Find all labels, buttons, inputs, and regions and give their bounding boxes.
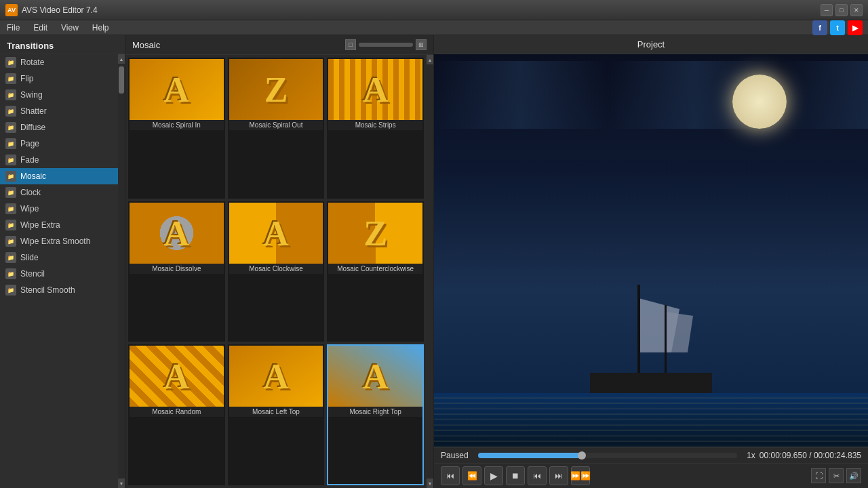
menu-help[interactable]: Help [90,22,112,34]
mosaic-item-counter[interactable]: Z Mosaic Counterclockwise [327,201,424,342]
sidebar-item-wipe-extra[interactable]: 📁 Wipe Extra [0,217,118,233]
window-controls[interactable]: ─ □ ✕ [821,4,863,16]
sidebar-item-mosaic[interactable]: 📁 Mosaic [0,168,118,184]
sidebar-item-flip[interactable]: 📁 Flip [0,70,118,87]
mosaic-grid: A Mosaic Spiral In Z Mosaic Spiral Out A… [125,55,427,488]
mosaic-item-dissolve[interactable]: A Mosaic Dissolve [128,201,225,342]
mosaic-thumb-dissolve: A [130,203,224,264]
scroll-thumb[interactable] [119,66,124,94]
folder-icon: 📁 [5,106,16,117]
folder-icon: 📁 [5,138,16,149]
folder-icon: 📁 [5,252,16,263]
folder-icon: 📁 [5,122,16,133]
paused-label: Paused [441,451,469,460]
sidebar-item-diffuse[interactable]: 📁 Diffuse [0,119,118,136]
sail2 [666,312,693,352]
menu-file[interactable]: File [4,22,22,34]
expand-button[interactable]: ⊞ [416,39,427,50]
sidebar-item-fade[interactable]: 📁 Fade [0,152,118,168]
rewind-button[interactable]: ⏪ [462,466,481,485]
seek-thumb[interactable] [578,451,586,460]
sidebar-item-page[interactable]: 📁 Page [0,136,118,152]
app-title: AVS Video Editor 7.4 [22,5,98,15]
sidebar-item-clock[interactable]: 📁 Clock [0,184,118,201]
mosaic-content: A Mosaic Spiral In Z Mosaic Spiral Out A… [125,55,433,488]
seek-bar-container: Paused 1x 00:00:09.650 / 00:00:24.835 [434,447,868,463]
mosaic-item-left-top[interactable]: A Mosaic Left Top [228,344,325,485]
folder-icon: 📁 [5,89,16,100]
left-panel-scrollbar[interactable]: ▲ ▼ [118,54,125,488]
mosaic-thumb-right-top: A [328,346,422,407]
prev-button[interactable]: ⏮ [441,466,460,485]
mosaic-title: Mosaic [132,40,160,50]
fast-forward-button[interactable]: ⏩⏩ [571,466,590,485]
menu-bar: File Edit View Help f t ▶ [0,20,868,35]
mosaic-item-spiral-out[interactable]: Z Mosaic Spiral Out [228,58,325,199]
folder-icon: 📁 [5,220,16,230]
close-button[interactable]: ✕ [850,4,863,16]
mosaic-label-strips: Mosaic Strips [328,120,422,130]
youtube-icon[interactable]: ▶ [848,20,863,35]
ship-scene [434,54,868,447]
sidebar-item-swing[interactable]: 📁 Swing [0,87,118,103]
seek-bar[interactable] [478,453,737,458]
restore-button[interactable]: □ [835,4,848,16]
folder-icon: 📁 [5,155,16,165]
mosaic-item-clockwise[interactable]: A Mosaic Clockwise [228,201,325,342]
stop-button[interactable]: ⏹ [506,466,525,485]
folder-icon: 📁 [5,203,16,214]
preview-header: Project [434,35,868,54]
mast2 [665,305,667,380]
play-button[interactable]: ▶ [484,466,503,485]
folder-icon: 📁 [5,236,16,247]
sidebar-item-shatter[interactable]: 📁 Shatter [0,103,118,119]
mosaic-item-random[interactable]: A Mosaic Random [128,344,225,485]
speed-display: 1x [747,451,755,460]
mosaic-label-right-top: Mosaic Right Top [328,407,422,417]
time-display: 00:00:09.650 / 00:00:24.835 [760,451,861,460]
facebook-icon[interactable]: f [812,20,827,35]
mosaic-label-dissolve: Mosaic Dissolve [130,264,224,274]
mosaic-thumb-spiral-in: A [130,59,224,120]
seek-progress [478,453,582,458]
sidebar-item-stencil[interactable]: 📁 Stencil [0,266,118,282]
twitter-icon[interactable]: t [830,20,845,35]
moon [732,75,787,129]
ship [556,271,746,407]
sidebar-item-stencil-smooth[interactable]: 📁 Stencil Smooth [0,282,118,298]
mosaic-item-right-top[interactable]: A Mosaic Right Top [327,344,424,485]
playback-controls: ⏮ ⏪ ▶ ⏹ ⏮ ⏭ ⏩⏩ ⛶ ✂ 🔊 [434,463,868,488]
folder-icon: 📁 [5,57,16,68]
transitions-panel: Transitions 📁 Rotate 📁 Flip 📁 Swing 📁 Sh… [0,35,125,488]
next-frame-button[interactable]: ⏭ [549,466,568,485]
titlebar-left: AV AVS Video Editor 7.4 [5,4,98,16]
crop-button[interactable]: ✂ [829,468,844,483]
transitions-header: Transitions [0,35,125,54]
sidebar-item-wipe[interactable]: 📁 Wipe [0,201,118,217]
minimize-button[interactable]: ─ [821,4,833,16]
sidebar-item-slide[interactable]: 📁 Slide [0,249,118,266]
zoom-out-button[interactable]: □ [345,39,356,50]
prev-frame-button[interactable]: ⏮ [528,466,547,485]
mosaic-scroll-up[interactable]: ▲ [427,55,433,64]
clouds [434,61,868,129]
zoom-slider[interactable] [359,43,413,47]
menu-view[interactable]: View [58,22,81,34]
folder-icon: 📁 [5,73,16,84]
sidebar-item-rotate[interactable]: 📁 Rotate [0,54,118,70]
mosaic-label-counter: Mosaic Counterclockwise [328,264,422,274]
scroll-up[interactable]: ▲ [118,54,125,64]
mosaic-label-left-top: Mosaic Left Top [229,407,323,417]
mosaic-label-spiral-out: Mosaic Spiral Out [229,120,323,130]
mosaic-scrollbar[interactable]: ▲ ▼ [427,55,433,488]
mosaic-item-spiral-in[interactable]: A Mosaic Spiral In [128,58,225,199]
volume-button[interactable]: 🔊 [846,468,861,483]
mosaic-label-clockwise: Mosaic Clockwise [229,264,323,274]
scroll-down[interactable]: ▼ [118,479,125,488]
mosaic-thumb-strips: A [328,59,422,120]
app-icon: AV [5,4,18,16]
mosaic-item-strips[interactable]: A Mosaic Strips [327,58,424,199]
fullscreen-button[interactable]: ⛶ [811,468,826,483]
menu-edit[interactable]: Edit [31,22,50,34]
sidebar-item-wipe-extra-smooth[interactable]: 📁 Wipe Extra Smooth [0,233,118,249]
